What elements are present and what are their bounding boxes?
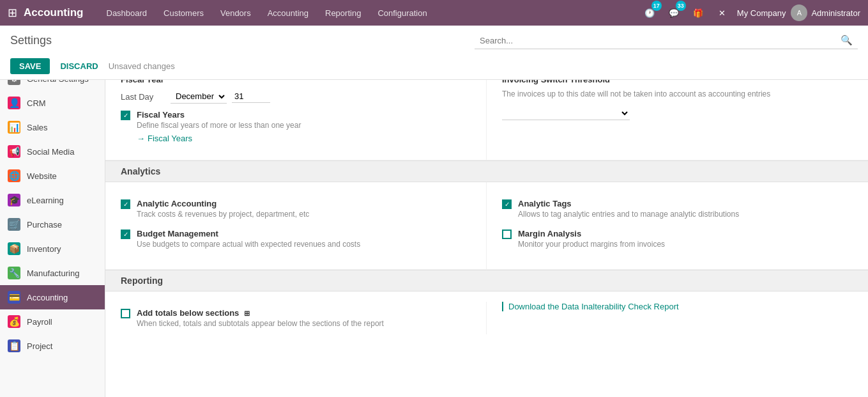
invoicing-switch-select[interactable] [502,106,630,120]
analytic-tags-row: ✓ Analytic Tags Allows to tag analytic e… [502,199,853,219]
fiscal-years-title: Fiscal Years [137,110,301,120]
analytic-tags-title: Analytic Tags [518,199,739,208]
nav-menu: Dashboard Customers Vendors Accounting R… [99,0,640,26]
sidebar-label-social-media: Social Media [27,147,74,157]
reporting-section-header: Reporting [105,270,868,292]
search-input[interactable] [480,36,841,45]
sidebar-item-purchase[interactable]: 🛒 Purchase [0,212,105,237]
sidebar-item-payroll[interactable]: 💰 Payroll [0,309,105,334]
fiscal-years-link[interactable]: → Fiscal Years [137,134,192,143]
social-media-icon: 📢 [8,145,20,158]
budget-management-desc: Use budgets to compare actual with expec… [137,240,360,249]
fiscal-years-row: ✓ Fiscal Years Define fiscal years of mo… [121,110,471,143]
action-bar: SAVE DISCARD Unsaved changes [0,56,868,79]
margin-analysis-checkbox[interactable] [502,230,512,239]
activity-icon-btn[interactable]: 🕐 17 [640,3,659,22]
nav-reporting[interactable]: Reporting [317,0,369,26]
search-icon[interactable]: 🔍 [841,35,853,46]
arrow-icon: → [137,134,145,143]
search-container: 🔍 [475,32,858,49]
sidebar-item-sales[interactable]: 📊 Sales [0,115,105,139]
company-name: My Company [737,8,786,18]
crm-icon: 👤 [8,97,20,109]
fiscal-years-checkbox[interactable]: ✓ [121,111,130,120]
month-select[interactable]: December [171,90,227,104]
budget-management-item: ✓ Budget Management Use budgets to compa… [121,229,471,249]
company-selector[interactable]: My Company [737,8,786,18]
sidebar-label-manufacturing: Manufacturing [27,269,79,278]
budget-management-checkbox[interactable]: ✓ [121,230,130,239]
analytic-tags-desc: Allows to tag analytic entries and to ma… [518,210,739,219]
add-totals-row: Add totals below sections ⊞ When ticked,… [121,308,471,328]
budget-management-row: ✓ Budget Management Use budgets to compa… [121,229,471,249]
download-report-link[interactable]: Download the Data Inalterability Check R… [502,302,679,311]
analytic-accounting-checkbox[interactable]: ✓ [121,199,130,209]
analytic-tags-checkbox[interactable]: ✓ [502,199,512,209]
nav-customers[interactable]: Customers [156,0,211,26]
sidebar-item-website[interactable]: 🌐 Website [0,164,105,188]
sidebar-item-project[interactable]: 📋 Project [0,334,105,358]
sidebar-label-inventory: Inventory [27,244,61,254]
analytics-left: ✓ Analytic Accounting Track costs & reve… [105,182,487,269]
budget-management-text: Budget Management Use budgets to compare… [137,229,360,249]
grid-icon[interactable]: ⊞ [8,6,17,20]
analytics-section-header: Analytics [105,160,868,182]
inventory-icon: 📦 [8,242,20,255]
analytics-title: Analytics [121,166,160,176]
discard-button[interactable]: DISCARD [55,58,103,74]
sidebar-item-inventory[interactable]: 📦 Inventory [0,237,105,261]
sidebar-label-elearning: eLearning [27,196,64,205]
add-totals-title: Add totals below sections ⊞ [137,308,384,318]
analytic-accounting-desc: Track costs & revenues by project, depar… [137,210,309,219]
main-layout: ⚙ General Settings 👤 CRM 📊 Sales 📢 Socia… [0,64,868,397]
last-day-row: Last Day December [121,90,471,104]
sidebar-item-crm[interactable]: 👤 CRM [0,91,105,115]
sidebar-label-payroll: Payroll [27,317,52,327]
nav-vendors[interactable]: Vendors [213,0,259,26]
table-icon: ⊞ [244,309,250,317]
day-input[interactable] [232,90,270,103]
sales-icon: 📊 [8,121,20,134]
reporting-title: Reporting [121,276,163,286]
sidebar-item-manufacturing[interactable]: 🔧 Manufacturing [0,261,105,285]
gift-icon-btn[interactable]: 🎁 [689,3,708,22]
reporting-left: Add totals below sections ⊞ When ticked,… [121,302,487,334]
add-totals-desc: When ticked, totals and subtotals appear… [137,319,384,328]
sidebar-item-social-media[interactable]: 📢 Social Media [0,139,105,164]
checkmark-icon: ✓ [123,112,128,119]
sidebar-label-accounting: Accounting [27,293,68,302]
sidebar-item-accounting[interactable]: 💳 Accounting [0,285,105,309]
purchase-icon: 🛒 [8,218,20,231]
save-button[interactable]: SAVE [10,58,50,74]
close-icon-btn[interactable]: ✕ [713,3,732,22]
analytic-tags-text: Analytic Tags Allows to tag analytic ent… [518,199,739,219]
fiscal-years-desc: Define fiscal years of more or less than… [137,121,301,130]
project-icon: 📋 [8,339,20,352]
reporting-content: Add totals below sections ⊞ When ticked,… [105,292,868,345]
nav-configuration[interactable]: Configuration [370,0,434,26]
nav-dashboard[interactable]: Dashboard [99,0,155,26]
manufacturing-icon: 🔧 [8,267,20,279]
accounting-icon: 💳 [8,291,20,304]
sidebar-label-crm: CRM [27,98,46,108]
content-area: Fiscal Year Last Day December ✓ Fis [105,64,868,397]
margin-analysis-row: Margin Analysis Monitor your product mar… [502,229,853,249]
reporting-grid: Add totals below sections ⊞ When ticked,… [121,302,853,334]
elearning-icon: 🎓 [8,194,20,206]
settings-header: Settings 🔍 SAVE DISCARD Unsaved changes [0,26,868,80]
nav-accounting[interactable]: Accounting [260,0,316,26]
sidebar-label-sales: Sales [27,123,48,132]
add-totals-checkbox[interactable] [121,309,130,318]
sidebar-item-elearning[interactable]: 🎓 eLearning [0,188,105,212]
invoicing-switch-desc: The invoices up to this date will not be… [502,88,853,100]
messages-icon-btn[interactable]: 💬 33 [664,3,683,22]
sidebar-label-project: Project [27,341,52,351]
analytic-tags-item: ✓ Analytic Tags Allows to tag analytic e… [502,199,853,219]
user-menu[interactable]: A Administrator [791,4,860,21]
analytic-accounting-text: Analytic Accounting Track costs & revenu… [137,199,309,219]
budget-management-title: Budget Management [137,229,360,238]
checkmark-icon: ✓ [505,201,510,208]
messages-badge: 33 [676,1,686,11]
add-totals-text: Add totals below sections ⊞ When ticked,… [137,308,384,328]
reporting-right: Download the Data Inalterability Check R… [487,302,853,334]
